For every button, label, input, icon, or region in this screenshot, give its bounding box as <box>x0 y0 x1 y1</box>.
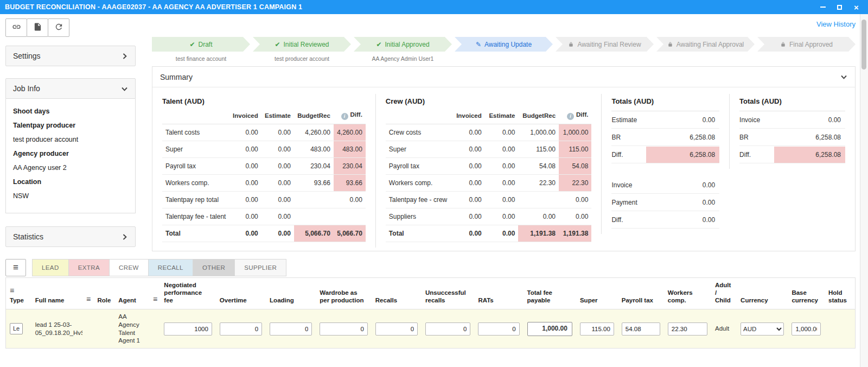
super-input[interactable] <box>580 322 614 336</box>
currency-select[interactable]: AUD <box>741 322 784 336</box>
col-currency[interactable]: Currency <box>737 277 788 309</box>
type-badge: Le <box>10 323 23 334</box>
recalls-input[interactable] <box>375 322 418 336</box>
check-icon: ✔ <box>376 41 381 48</box>
col-invoiced: Invoiced <box>229 107 261 124</box>
tab-lead[interactable]: LEAD <box>32 259 69 276</box>
job-info-label: Agency producer <box>13 150 128 157</box>
col-wardrobe[interactable]: Wardrobe as per production <box>316 277 371 309</box>
lock-icon <box>667 41 673 47</box>
pencil-icon: ✎ <box>476 41 481 48</box>
tab-extra[interactable]: EXTRA <box>68 259 110 276</box>
summary-total-row: Total 0.00 0.00 1,191.38 1,191.38 <box>386 225 592 242</box>
totals-left-section: Totals (AUD) Estimate 0.00 BR 6,258.08 <box>601 94 729 234</box>
link-button[interactable] <box>5 18 27 37</box>
totals-left-title: Totals (AUD) <box>611 97 719 111</box>
full-name-menu[interactable]: ≡ <box>82 277 93 309</box>
maximize-button[interactable] <box>836 4 843 11</box>
totals-diff-row: Diff. 6,258.08 <box>611 146 719 163</box>
tab-recall[interactable]: RECALL <box>148 259 193 276</box>
summary-row: Talentpay fee - crew 0.00 0.00 0.00 <box>386 191 592 208</box>
negotiated-fee-input[interactable] <box>164 322 212 336</box>
col-payroll-tax[interactable]: Payroll tax <box>618 277 664 309</box>
agent-menu[interactable]: ≡ <box>149 277 160 309</box>
job-info-panel-body: Shoot days Talentpay producer test produ… <box>5 99 136 213</box>
col-recalls[interactable]: Recalls <box>372 277 422 309</box>
step-sublabel: test finance account <box>152 55 250 63</box>
crew-section-title: Crew (AUD) <box>386 97 592 105</box>
col-workers-comp[interactable]: Workers comp. <box>664 277 711 309</box>
job-info-label: Location <box>13 178 128 186</box>
job-info-value: NSW <box>13 192 128 200</box>
crew-summary-table: Invoiced Estimate BudgetRec iDiff. <box>386 107 592 242</box>
payroll-tax-input[interactable] <box>622 322 660 336</box>
content: Settings Job Info Shoot days Talentpay p… <box>0 14 860 367</box>
rats-input[interactable] <box>478 322 519 336</box>
crew-summary-section: Crew (AUD) Invoiced Estimate BudgetRec <box>375 94 602 248</box>
totals-row: Payment 0.00 <box>611 194 719 211</box>
menu-icon[interactable]: ≡ <box>10 286 28 296</box>
hold-status-cell <box>825 309 855 349</box>
totals-row: Estimate 0.00 <box>611 111 719 129</box>
col-adult-child[interactable]: Adult / Child <box>711 277 737 309</box>
base-currency-input[interactable] <box>792 322 821 336</box>
document-button[interactable] <box>27 18 48 37</box>
col-unsuccessful-recalls[interactable]: Unsuccessful recalls <box>422 277 474 309</box>
col-agent[interactable]: Agent <box>114 277 149 309</box>
step-label: Awaiting Final Review <box>577 41 641 48</box>
info-icon[interactable]: i <box>341 113 348 120</box>
vertical-scrollbar[interactable] <box>860 14 868 367</box>
menu-icon[interactable]: ≡ <box>153 295 156 305</box>
lock-icon <box>780 41 786 47</box>
scrollbar-thumb[interactable] <box>861 20 866 69</box>
totals-row: Invoice 0.00 <box>611 176 719 194</box>
col-base-currency[interactable]: Base currency <box>788 277 825 309</box>
refresh-button[interactable] <box>48 18 69 37</box>
tab-supplier[interactable]: SUPPLIER <box>234 259 286 276</box>
tab-other[interactable]: OTHER <box>193 259 235 276</box>
summary-title: Summary <box>160 73 193 81</box>
menu-icon[interactable]: ≡ <box>86 295 90 305</box>
grid-region: ≡ LEAD EXTRA CREW RECALL OTHER SUPPLIER <box>5 259 856 367</box>
settings-panel-label: Settings <box>13 52 41 60</box>
job-info-value: AA Agency user 2 <box>13 164 128 172</box>
unsuccessful-recalls-input[interactable] <box>425 322 470 336</box>
col-hold-status[interactable]: Hold status <box>825 277 855 309</box>
col-role[interactable]: Role <box>93 277 114 309</box>
titlebar: BUDGET RECONCILIATION - AAAGE02037 - AA … <box>0 0 868 14</box>
full-name-cell: lead 1 25-03-05_09.18.20_HvS <box>31 309 82 349</box>
grid-menu-button[interactable]: ≡ <box>5 259 26 276</box>
col-overtime[interactable]: Overtime <box>216 277 266 309</box>
settings-panel-toggle[interactable]: Settings <box>5 46 136 66</box>
close-button[interactable]: × <box>853 4 860 11</box>
loading-input[interactable] <box>270 322 312 336</box>
tab-crew[interactable]: CREW <box>109 259 149 276</box>
minimize-button[interactable] <box>819 4 826 11</box>
workers-comp-input[interactable] <box>668 322 707 336</box>
workflow-step-awaiting-final-approval: Awaiting Final Approval <box>656 37 755 63</box>
col-super[interactable]: Super <box>576 277 618 309</box>
col-loading[interactable]: Loading <box>266 277 316 309</box>
col-diff: iDiff. <box>559 107 591 124</box>
totals-row: Diff. 0.00 <box>611 211 719 229</box>
summary-row: Workers comp. 0.00 0.00 22.30 22.30 <box>386 174 592 191</box>
col-invoiced: Invoiced <box>452 107 485 124</box>
job-info-label: Shoot days <box>13 107 128 115</box>
col-estimate: Estimate <box>485 107 519 124</box>
statistics-panel-toggle[interactable]: Statistics <box>5 226 136 247</box>
job-info-panel-toggle[interactable]: Job Info <box>5 78 136 99</box>
col-total-fee-payable[interactable]: Total fee payable <box>524 277 576 309</box>
col-full-name[interactable]: Full name <box>31 277 82 309</box>
overtime-input[interactable] <box>220 322 262 336</box>
refresh-icon <box>54 22 63 33</box>
step-label: Final Approved <box>789 41 833 48</box>
col-rats[interactable]: RATs <box>474 277 523 309</box>
col-type[interactable]: ≡Type <box>6 277 31 309</box>
totals-row: Invoice 0.00 <box>739 111 845 129</box>
col-negotiated-fee[interactable]: Negotiated performance fee <box>160 277 215 309</box>
link-icon <box>12 22 21 33</box>
wardrobe-input[interactable] <box>320 322 367 336</box>
summary-panel-toggle[interactable]: Summary <box>152 67 855 87</box>
view-history-link[interactable]: View History <box>816 20 856 28</box>
info-icon[interactable]: i <box>567 113 574 120</box>
